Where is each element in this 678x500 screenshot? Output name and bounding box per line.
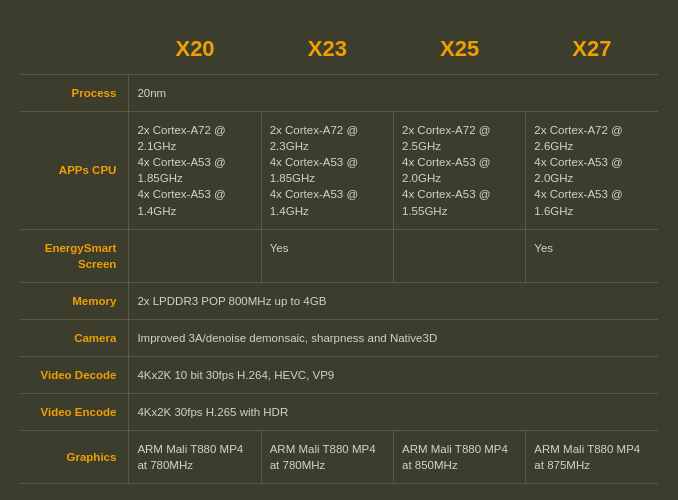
row-data-cell: 4Kx2K 30fps H.265 with HDR (129, 394, 658, 431)
row-data-cell: 20nm (129, 75, 658, 112)
table-row: Video Encode4Kx2K 30fps H.265 with HDR (20, 394, 658, 431)
row-data-cell: ARM Mali T880 MP4 at 875MHz (526, 431, 658, 484)
row-label: Video Decode (20, 357, 129, 394)
table-row: CameraImproved 3A/denoise demonsaic, sha… (20, 319, 658, 356)
row-label: APPs CPU (20, 112, 129, 230)
row-label: Process (20, 75, 129, 112)
row-label: EnergySmart Screen (20, 229, 129, 282)
row-data-cell: 2x LPDDR3 POP 800MHz up to 4GB (129, 282, 658, 319)
row-data-cell (129, 229, 261, 282)
table-row: Memory2x LPDDR3 POP 800MHz up to 4GB (20, 282, 658, 319)
row-data-cell: Yes (526, 229, 658, 282)
table-row: Process20nm (20, 75, 658, 112)
table-row: Video Decode4Kx2K 10 bit 30fps H.264, HE… (20, 357, 658, 394)
table-row: GraphicsARM Mali T880 MP4 at 780MHzARM M… (20, 431, 658, 484)
col-header-x25: X25 (394, 28, 526, 75)
specs-table: X20 X23 X25 X27 Process20nmAPPs CPU2x Co… (20, 28, 658, 484)
table-row: APPs CPU2x Cortex-A72 @ 2.1GHz4x Cortex-… (20, 112, 658, 230)
row-data-cell: ARM Mali T880 MP4 at 850MHz (394, 431, 526, 484)
row-data-cell: 4Kx2K 10 bit 30fps H.264, HEVC, VP9 (129, 357, 658, 394)
col-header-x27: X27 (526, 28, 658, 75)
row-label: Memory (20, 282, 129, 319)
row-label: Video Encode (20, 394, 129, 431)
row-data-cell: Yes (261, 229, 393, 282)
row-data-cell: 2x Cortex-A72 @ 2.3GHz4x Cortex-A53 @ 1.… (261, 112, 393, 230)
col-header-x23: X23 (261, 28, 393, 75)
row-label: Graphics (20, 431, 129, 484)
col-header-empty (20, 28, 129, 75)
row-data-cell: Improved 3A/denoise demonsaic, sharpness… (129, 319, 658, 356)
row-data-cell (394, 229, 526, 282)
row-data-cell: 2x Cortex-A72 @ 2.1GHz4x Cortex-A53 @ 1.… (129, 112, 261, 230)
row-data-cell: ARM Mali T880 MP4 at 780MHz (129, 431, 261, 484)
table-row: EnergySmart ScreenYesYes (20, 229, 658, 282)
col-header-x20: X20 (129, 28, 261, 75)
row-data-cell: 2x Cortex-A72 @ 2.6GHz4x Cortex-A53 @ 2.… (526, 112, 658, 230)
row-data-cell: ARM Mali T880 MP4 at 780MHz (261, 431, 393, 484)
row-data-cell: 2x Cortex-A72 @ 2.5GHz4x Cortex-A53 @ 2.… (394, 112, 526, 230)
row-label: Camera (20, 319, 129, 356)
